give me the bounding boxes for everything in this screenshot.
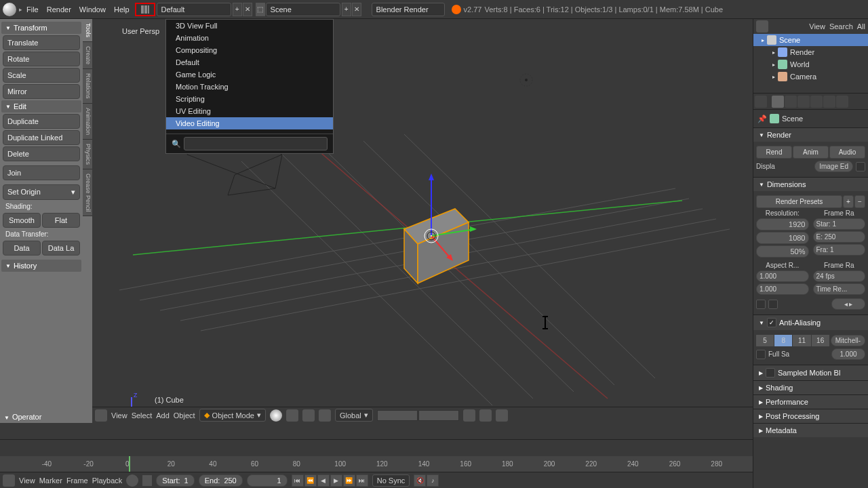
frame-step-field[interactable]: Fra: 1 — [813, 244, 866, 256]
remap-old-field[interactable]: ◂ ▸ — [831, 298, 865, 310]
audio-button[interactable]: Audio — [829, 146, 865, 159]
shade-smooth-button[interactable]: Smooth — [3, 213, 41, 228]
transform-header[interactable]: Transform — [1, 22, 81, 34]
tl-view-menu[interactable]: View — [19, 476, 35, 485]
vp-view-menu[interactable]: View — [111, 411, 127, 420]
layout-option-scripting[interactable]: Scripting — [166, 93, 333, 105]
sync-mode-selector[interactable]: No Sync — [372, 474, 410, 487]
scene-tab-icon[interactable] — [797, 96, 810, 108]
layer-buttons[interactable] — [377, 410, 459, 421]
layout-option-uv-editing[interactable]: UV Editing — [166, 105, 333, 117]
sampled-motion-header[interactable]: Sampled Motion Bl — [753, 365, 868, 380]
pin-icon[interactable]: 📌 — [757, 115, 767, 123]
dimensions-panel-header[interactable]: Dimensions — [753, 178, 868, 191]
remove-preset-button[interactable]: − — [854, 195, 865, 208]
layout-option-motion-tracking[interactable]: Motion Tracking — [166, 81, 333, 93]
outliner-item-scene[interactable]: ▸Scene — [753, 34, 868, 46]
antialiasing-panel-header[interactable]: ✓Anti-Aliasing — [753, 315, 868, 330]
remove-scene-button[interactable]: ✕ — [352, 3, 361, 16]
display-mode-selector[interactable]: Image Ed — [814, 161, 853, 172]
tab-relations[interactable]: Relations — [83, 69, 92, 104]
layout-option-default[interactable]: Default — [166, 56, 333, 68]
lock-icon[interactable] — [142, 475, 152, 486]
object-tab-icon[interactable] — [823, 96, 835, 108]
shading-panel-header[interactable]: Shading — [753, 381, 868, 394]
set-origin-button[interactable]: Set Origin▾ — [3, 184, 80, 200]
filter-size-field[interactable]: 1.000 — [831, 348, 865, 360]
current-frame-field[interactable]: 1 — [247, 474, 288, 487]
post-processing-panel-header[interactable]: Post Processing — [753, 409, 868, 423]
tab-tools[interactable]: Tools — [83, 19, 92, 42]
resolution-pct-field[interactable]: 50% — [756, 245, 809, 258]
start-frame-field[interactable]: Start:1 — [156, 474, 194, 487]
file-menu[interactable]: File — [26, 5, 39, 14]
aa-enable-toggle[interactable]: ✓ — [767, 318, 776, 327]
layout-option-animation[interactable]: Animation — [166, 32, 333, 44]
outliner-item-camera[interactable]: ▸Camera — [753, 70, 868, 83]
remove-layout-button[interactable]: ✕ — [243, 3, 252, 16]
tab-animation[interactable]: Animation — [83, 104, 92, 140]
snap-icon[interactable] — [463, 409, 475, 422]
border-toggle[interactable] — [756, 300, 766, 309]
timeline-playhead[interactable] — [129, 456, 130, 472]
shading-mode-icon[interactable] — [270, 409, 282, 422]
audio-mute-icon[interactable]: 🔇 — [414, 474, 426, 487]
window-menu[interactable]: Window — [79, 5, 106, 14]
manipulator-icon[interactable] — [302, 409, 315, 422]
join-button[interactable]: Join — [3, 165, 80, 180]
rotate-button[interactable]: Rotate — [3, 52, 80, 66]
delete-button[interactable]: Delete — [3, 146, 80, 161]
render-button[interactable]: Rend — [756, 146, 792, 159]
render-panel-header[interactable]: Render — [753, 128, 868, 142]
render-menu[interactable]: Render — [47, 5, 71, 14]
render-layers-tab-icon[interactable] — [785, 96, 797, 108]
resolution-y-field[interactable]: 1080 — [756, 232, 809, 244]
time-remap-field[interactable]: Time Re... — [813, 283, 866, 295]
render-tab-icon[interactable] — [772, 96, 784, 108]
tab-physics[interactable]: Physics — [83, 140, 92, 169]
shade-flat-button[interactable]: Flat — [42, 213, 80, 228]
tab-create[interactable]: Create — [83, 42, 92, 69]
outliner-item-render[interactable]: ▸Render — [753, 46, 868, 58]
frame-start-field[interactable]: Star: 1 — [813, 218, 866, 230]
tab-grease-pencil[interactable]: Grease Pencil — [83, 169, 92, 217]
vp-select-menu[interactable]: Select — [132, 411, 153, 420]
aa-8[interactable]: 8 — [774, 335, 792, 346]
layout-search-input[interactable] — [184, 137, 328, 150]
proportional-icon[interactable] — [479, 409, 492, 422]
screen-layout-icon[interactable] — [135, 3, 155, 16]
fps-field[interactable]: 24 fps — [813, 270, 866, 282]
metadata-panel-header[interactable]: Metadata — [753, 424, 868, 437]
layers-icon[interactable] — [319, 409, 331, 422]
aspect-x-field[interactable]: 1.000 — [756, 270, 809, 282]
operator-panel-header[interactable]: Operator — [0, 411, 83, 423]
orientation-selector[interactable]: Global▾ — [335, 409, 373, 422]
aa-11[interactable]: 11 — [793, 335, 810, 346]
frame-end-field[interactable]: E: 250 — [813, 231, 866, 243]
outliner-view-menu[interactable]: View — [809, 22, 825, 30]
autokey-icon[interactable] — [126, 474, 138, 487]
editor-type-props-icon[interactable] — [755, 96, 767, 108]
data-button[interactable]: Data — [3, 241, 41, 256]
animation-button[interactable]: Anim — [793, 146, 829, 159]
scene-browse-icon[interactable]: ⬚ — [256, 3, 265, 16]
render-presets-selector[interactable]: Render Presets — [756, 195, 842, 208]
full-sample-toggle[interactable] — [756, 350, 766, 359]
outliner-editor-icon[interactable] — [756, 20, 768, 33]
edit-header[interactable]: Edit — [1, 100, 81, 113]
translate-button[interactable]: Translate — [3, 35, 80, 50]
tl-playback-menu[interactable]: Playback — [92, 476, 123, 485]
layout-option-game-logic[interactable]: Game Logic — [166, 68, 333, 81]
outliner-item-world[interactable]: ▸World — [753, 58, 868, 70]
add-layout-button[interactable]: + — [233, 3, 242, 16]
mode-selector[interactable]: ◆Object Mode▾ — [199, 409, 266, 422]
render-preview-icon[interactable] — [496, 409, 508, 422]
performance-panel-header[interactable]: Performance — [753, 395, 868, 409]
layout-option-compositing[interactable]: Compositing — [166, 44, 333, 56]
aspect-y-field[interactable]: 1.000 — [756, 283, 809, 295]
mirror-button[interactable]: Mirror — [3, 84, 80, 99]
add-preset-button[interactable]: + — [843, 195, 854, 208]
lock-interface-toggle[interactable] — [856, 162, 865, 171]
end-frame-field[interactable]: End:250 — [199, 474, 243, 487]
timeline-ruler[interactable]: -40-200204060801001201401601802002202402… — [0, 456, 753, 472]
